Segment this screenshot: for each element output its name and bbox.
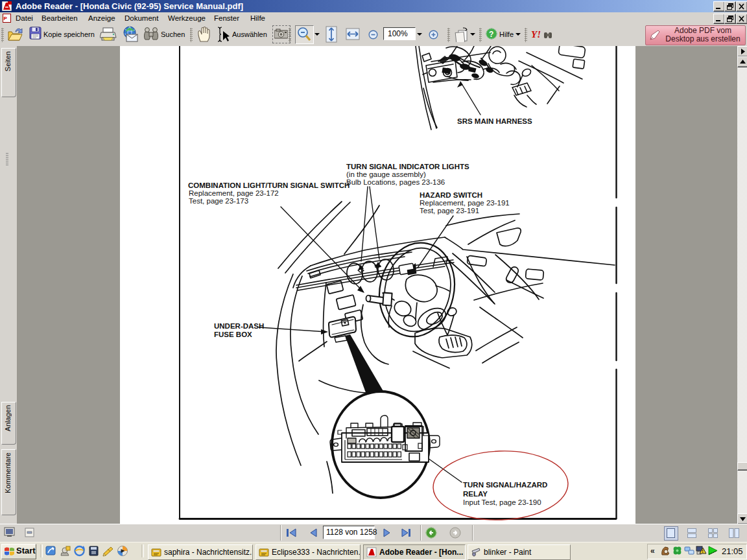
svg-text:FUSE BOX: FUSE BOX [214,331,252,338]
svg-text:!: ! [702,549,704,554]
svg-text:HAZARD SWITCH: HAZARD SWITCH [420,191,482,199]
svg-text:RELAY: RELAY [463,490,488,498]
svg-text:P: P [4,16,8,21]
svg-text:Replacement, page 23-191: Replacement, page 23-191 [420,199,510,207]
svg-text:UNDER-DASH: UNDER-DASH [214,322,264,330]
svg-text:SRS MAIN HARNESS: SRS MAIN HARNESS [457,117,532,125]
svg-text:(in the gauge assembly): (in the gauge assembly) [346,170,426,178]
svg-text:?: ? [489,30,493,39]
svg-text:Replacement, page 23-172: Replacement, page 23-172 [189,189,279,197]
svg-text:TURN SIGNAL INDICATOR LIGHTS: TURN SIGNAL INDICATOR LIGHTS [346,163,469,170]
svg-text:Test, page 23-173: Test, page 23-173 [189,197,248,205]
svg-text:TURN SIGNAL/HAZARD: TURN SIGNAL/HAZARD [463,481,547,489]
svg-text:Bulb Locations, pages 23-136: Bulb Locations, pages 23-136 [346,178,445,186]
svg-text:COMBINATION LIGHT/TURN SIGNAL: COMBINATION LIGHT/TURN SIGNAL SWITCH [188,181,350,189]
svg-text:Test, page 23-191: Test, page 23-191 [420,207,479,215]
svg-text:Input Test, page 23-190: Input Test, page 23-190 [463,498,541,506]
